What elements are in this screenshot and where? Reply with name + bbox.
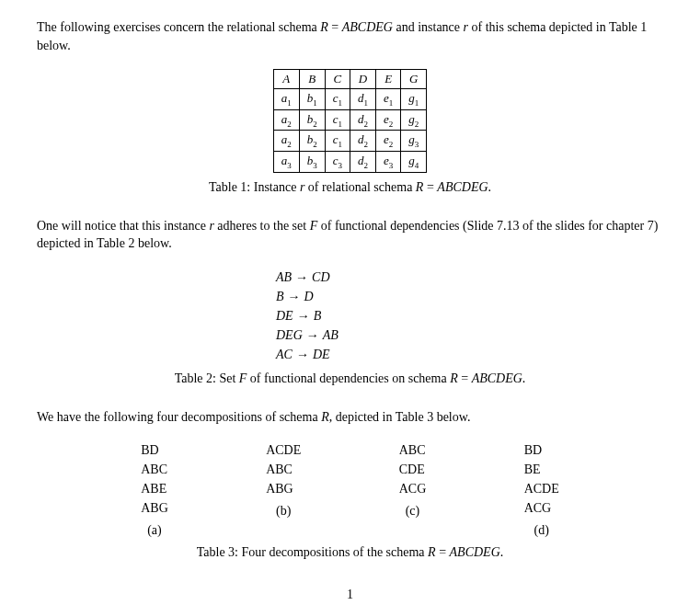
table-2-caption: Table 2: Set F of functional dependencie…	[37, 371, 663, 386]
cell: a2	[273, 109, 299, 131]
fd-rhs: B	[314, 309, 322, 323]
cell: d2	[350, 131, 376, 152]
col-D: D	[350, 70, 376, 89]
functional-dependencies: AB→CD B→D DE→B DEG→AB AC→DE	[276, 268, 663, 364]
table-row: a1b1c1d1e1g1	[273, 89, 427, 110]
cell: a1	[273, 89, 299, 110]
cell: c3	[325, 151, 350, 172]
decomp-row: ABE	[141, 479, 168, 498]
cell: b2	[299, 109, 325, 131]
table-3-caption: Table 3: Four decompositions of the sche…	[37, 545, 663, 560]
decomp-row: ACG	[524, 498, 559, 518]
cell: b1	[299, 89, 325, 110]
decomp-c: ABC CDE ACG (c)	[399, 440, 427, 538]
cell: e3	[376, 151, 401, 172]
col-C: C	[325, 70, 350, 89]
fd-row: DEG→AB	[276, 325, 663, 345]
schema: ABCDEG	[450, 545, 500, 559]
text: Table 1: Instance	[209, 180, 300, 194]
fd-lhs: DE	[276, 309, 293, 323]
cell: e2	[376, 131, 401, 152]
cell: g4	[401, 151, 427, 172]
intro-paragraph-2: One will notice that this instance r adh…	[37, 217, 663, 253]
intro-paragraph-3: We have the following four decomposition…	[37, 408, 663, 427]
decomp-row: ACG	[399, 479, 427, 498]
var-R: R	[320, 20, 328, 34]
cell: e2	[376, 109, 401, 131]
fd-row: B→D	[276, 287, 663, 306]
text: and instance	[393, 20, 464, 34]
fd-lhs: DEG	[276, 328, 303, 342]
table-row: a2b2c1d2e2g2	[273, 109, 427, 131]
text: adheres to the set	[214, 219, 310, 233]
text: =	[436, 545, 450, 559]
text: The following exercises concern the rela…	[37, 20, 320, 34]
decomp-row: ABC	[399, 440, 427, 460]
intro-paragraph-1: The following exercises concern the rela…	[37, 18, 663, 54]
decomp-row: CDE	[399, 460, 427, 479]
fd-rhs: DE	[313, 348, 330, 361]
decomp-label: (b)	[266, 504, 301, 519]
text: .	[522, 371, 526, 385]
arrow-icon: →	[296, 348, 309, 361]
text: =	[328, 20, 342, 34]
col-A: A	[273, 70, 299, 89]
cell: e1	[376, 89, 401, 110]
arrow-icon: →	[288, 290, 301, 303]
decomp-row: ACDE	[524, 479, 559, 498]
decomp-row: ABG	[141, 498, 168, 518]
decomp-d: BD BE ACDE ACG (d)	[524, 440, 559, 538]
fd-rhs: AB	[323, 328, 339, 342]
decomp-row: ABC	[141, 460, 168, 479]
var-R: R	[321, 410, 329, 424]
text: Table 2: Set	[175, 371, 239, 385]
table-1-caption: Table 1: Instance r of relational schema…	[37, 180, 663, 195]
fd-rhs: D	[304, 290, 314, 303]
cell: a3	[273, 151, 299, 172]
text: =	[423, 180, 437, 194]
fd-lhs: B	[276, 290, 284, 303]
cell: g1	[401, 89, 427, 110]
cell: d2	[350, 109, 376, 131]
fd-lhs: AC	[276, 348, 293, 361]
cell: c1	[325, 109, 350, 131]
decomp-row: BD	[524, 440, 559, 460]
fd-lhs: AB	[276, 270, 292, 284]
decomp-row: ABC	[266, 460, 301, 479]
decomp-row: ACDE	[266, 440, 301, 460]
schema: ABCDEG	[342, 20, 393, 34]
cell: c1	[325, 131, 350, 152]
arrow-icon: →	[295, 270, 308, 284]
cell: b3	[299, 151, 325, 172]
table-row: a2b2c1d2e2g3	[273, 131, 427, 152]
table-row: a3b3c3d2e3g4	[273, 151, 427, 172]
var-F: F	[310, 219, 318, 233]
table-header-row: A B C D E G	[273, 70, 427, 89]
arrow-icon: →	[297, 309, 310, 323]
text: .	[500, 545, 504, 559]
text: We have the following four decomposition…	[37, 410, 321, 424]
cell: a2	[273, 131, 299, 152]
arrow-icon: →	[306, 328, 319, 342]
cell: g3	[401, 131, 427, 152]
var-R: R	[450, 371, 458, 385]
decomp-row: ABG	[266, 479, 301, 498]
decomp-label: (a)	[141, 523, 168, 538]
table-1: A B C D E G a1b1c1d1e1g1 a2b2c1d2e2g2 a2…	[273, 69, 428, 172]
var-R: R	[428, 545, 436, 559]
text: One will notice that this instance	[37, 219, 209, 233]
col-B: B	[299, 70, 325, 89]
fd-row: AC→DE	[276, 345, 663, 364]
fd-row: DE→B	[276, 306, 663, 325]
page-number: 1	[37, 588, 663, 602]
schema: ABCDEG	[437, 180, 488, 194]
text: .	[488, 180, 492, 194]
fd-rhs: CD	[312, 270, 329, 284]
text: , depicted in Table 3 below.	[329, 410, 471, 424]
cell: d2	[350, 151, 376, 172]
col-G: G	[401, 70, 427, 89]
decomp-a: BD ABC ABE ABG (a)	[141, 440, 168, 538]
cell: c1	[325, 89, 350, 110]
text: =	[458, 371, 472, 385]
decomp-b: ACDE ABC ABG (b)	[266, 440, 301, 538]
